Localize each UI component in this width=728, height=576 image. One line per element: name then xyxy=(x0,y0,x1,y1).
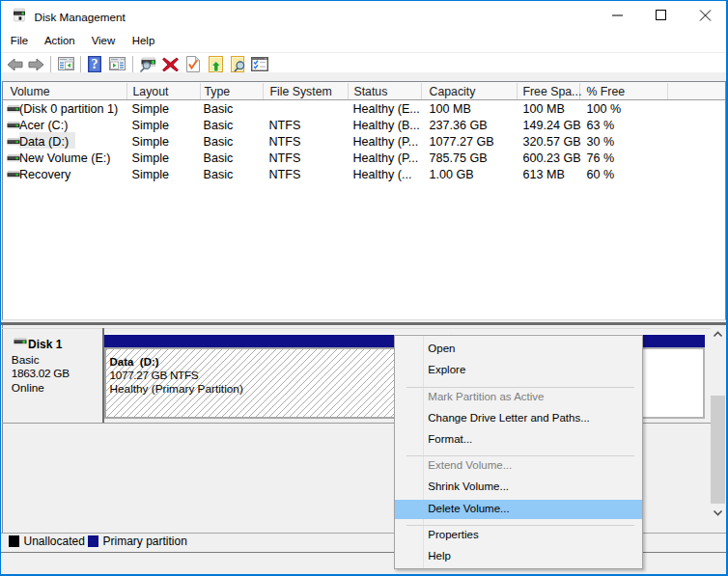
svg-text:?: ? xyxy=(92,57,98,71)
